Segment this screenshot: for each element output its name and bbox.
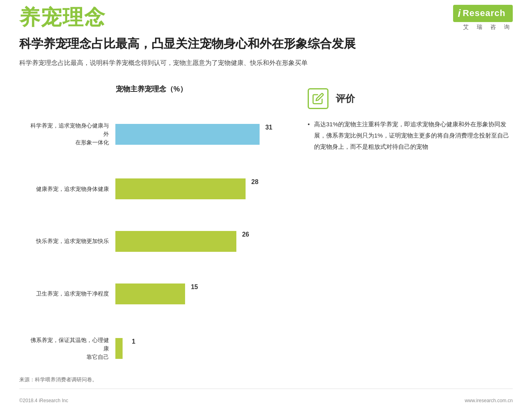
header: 养宠理念 i Research 艾 瑞 咨 询 (0, 0, 532, 35)
bar-label: 健康养宠，追求宠物身体健康 (27, 185, 115, 193)
logo-area: i Research 艾 瑞 咨 询 (453, 5, 513, 31)
page-title: 养宠理念 (19, 4, 106, 32)
bar-track: 15 (115, 283, 284, 304)
subtitle-block: 科学养宠理念占比最高，凸显关注宠物身心和外在形象综合发展 科学养宠理念占比最高，… (19, 35, 513, 68)
logo-badge: i Research (453, 5, 513, 22)
comment-body: 高达31%的宠物主注重科学养宠，即追求宠物身心健康和外在形象协同发展，佛系养宠比… (308, 119, 513, 152)
bar-track: 28 (115, 178, 284, 199)
comment-section: 评价 高达31%的宠物主注重科学养宠，即追求宠物身心健康和外在形象协同发展，佛系… (284, 84, 513, 377)
bar-track: 26 (115, 231, 284, 252)
bar-fill: 28 (115, 178, 246, 199)
main-subtitle: 科学养宠理念占比最高，凸显关注宠物身心和外在形象综合发展 (19, 35, 513, 52)
bar-track: 1 (115, 338, 284, 359)
logo-sub: 艾 瑞 咨 询 (463, 24, 513, 31)
bar-fill: 1 (115, 338, 123, 359)
bar-value-label: 15 (191, 283, 198, 291)
logo-i: i (458, 7, 461, 20)
edit-icon-box (308, 88, 328, 109)
bar-value-label: 28 (251, 178, 258, 186)
edit-icon (312, 93, 324, 105)
bar-chart: 科学养宠，追求宠物身心健康与外在形象一体化31健康养宠，追求宠物身体健康28快乐… (19, 106, 284, 377)
bar-label: 科学养宠，追求宠物身心健康与外在形象一体化 (27, 121, 115, 147)
copyright-text: ©2018.4 iResearch Inc (19, 398, 68, 403)
bar-row: 佛系养宠，保证其温饱，心理健康靠它自己1 (27, 336, 284, 361)
bar-track: 31 (115, 124, 284, 145)
bar-fill: 26 (115, 231, 236, 252)
bar-value-label: 31 (265, 124, 272, 131)
website-text: www.iresearch.com.cn (465, 398, 513, 403)
desc-text: 科学养宠理念占比最高，说明科学养宠概念得到认可，宠物主愿意为了宠物健康、快乐和外… (19, 58, 513, 68)
bar-value-label: 1 (132, 338, 135, 345)
comment-title: 评价 (336, 92, 355, 105)
content-area: 宠物主养宠理念（%） 科学养宠，追求宠物身心健康与外在形象一体化31健康养宠，追… (19, 84, 513, 377)
bar-fill: 31 (115, 124, 260, 145)
comment-text: 高达31%的宠物主注重科学养宠，即追求宠物身心健康和外在形象协同发展，佛系养宠比… (308, 119, 513, 152)
bar-label: 卫生养宠，追求宠物干净程度 (27, 290, 115, 298)
bar-row: 卫生养宠，追求宠物干净程度15 (27, 283, 284, 304)
bar-row: 科学养宠，追求宠物身心健康与外在形象一体化31 (27, 121, 284, 147)
bar-row: 快乐养宠，追求宠物更加快乐26 (27, 231, 284, 252)
chart-section: 宠物主养宠理念（%） 科学养宠，追求宠物身心健康与外在形象一体化31健康养宠，追… (19, 84, 284, 377)
logo-text: Research (463, 8, 506, 18)
bar-value-label: 26 (242, 231, 249, 238)
bar-row: 健康养宠，追求宠物身体健康28 (27, 178, 284, 199)
bar-fill: 15 (115, 283, 185, 304)
bar-label: 快乐养宠，追求宠物更加快乐 (27, 237, 115, 245)
bar-label: 佛系养宠，保证其温饱，心理健康靠它自己 (27, 336, 115, 361)
chart-title: 宠物主养宠理念（%） (19, 84, 284, 94)
comment-header: 评价 (308, 88, 513, 109)
footer: ©2018.4 iResearch Inc www.iresearch.com.… (0, 382, 532, 409)
